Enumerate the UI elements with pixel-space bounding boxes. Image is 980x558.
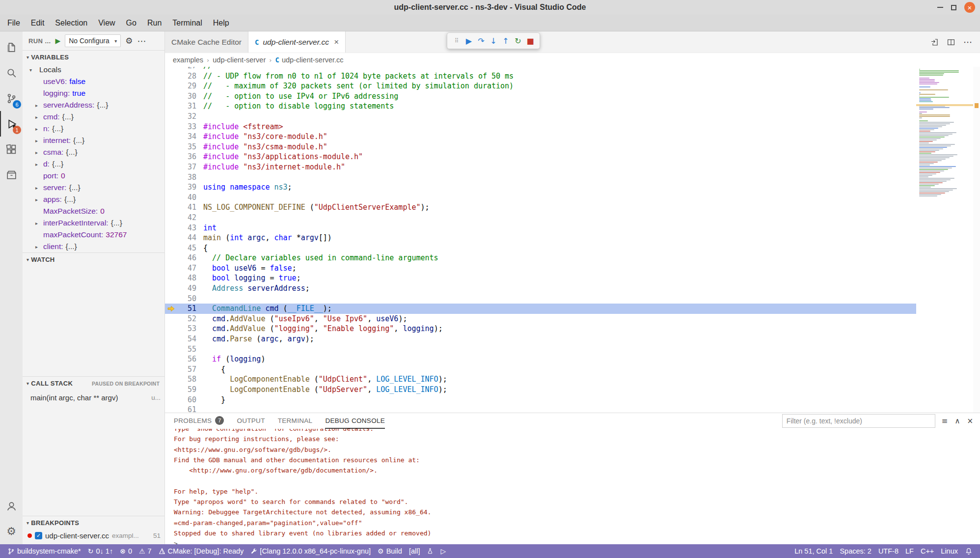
extensions-icon[interactable]: [0, 137, 23, 162]
panel-tab-output[interactable]: OUTPUT: [237, 413, 265, 429]
panel-filter-lines-icon[interactable]: ≡: [942, 417, 948, 425]
code-line[interactable]: 41NS_LOG_COMPONENT_DEFINE ("UdpClientSer…: [165, 202, 916, 213]
step-out-icon[interactable]: ↑: [500, 35, 511, 47]
code-line[interactable]: 36#include "ns3/applications-module.h": [165, 152, 916, 162]
code-line[interactable]: 45{: [165, 243, 916, 253]
code-line[interactable]: 59 LogComponentEnable ("UdpServer", LOG_…: [165, 385, 916, 395]
breakpoint-margin[interactable]: [165, 283, 177, 294]
code-line[interactable]: 38: [165, 172, 916, 183]
settings-gear-icon[interactable]: ⚙: [0, 519, 23, 544]
variable-row[interactable]: ▸server:{...}: [23, 182, 164, 194]
close-button[interactable]: [964, 2, 975, 13]
menu-item-run[interactable]: Run: [142, 15, 167, 31]
code-line[interactable]: 40: [165, 193, 916, 203]
code-line[interactable]: 34#include "ns3/core-module.h": [165, 132, 916, 142]
minimize-button[interactable]: [937, 7, 943, 8]
cmake-target[interactable]: [all]: [406, 544, 424, 558]
code-line[interactable]: 30// - option to use IPv4 or IPv6 addres…: [165, 91, 916, 102]
breakpoint-margin[interactable]: [165, 162, 177, 172]
code-line[interactable]: 35#include "ns3/csma-module.h": [165, 142, 916, 152]
problems-warnings[interactable]: ⚠7: [136, 544, 155, 558]
code-line[interactable]: 48 bool logging = true;: [165, 273, 916, 283]
panel-tab-debug-console[interactable]: DEBUG CONSOLE: [325, 413, 385, 429]
code-editor[interactable]: 27//28// - UDP flow from n0 to n1 of 102…: [165, 67, 916, 413]
problems-errors[interactable]: ⊗0: [116, 544, 136, 558]
git-branch[interactable]: buildsystem-cmake*: [4, 544, 84, 558]
variable-row[interactable]: logging:true: [23, 87, 164, 99]
sync-changes[interactable]: ↻0↓ 1↑: [84, 544, 116, 558]
start-debugging-icon[interactable]: [55, 37, 60, 45]
close-tab-icon[interactable]: ×: [334, 37, 339, 47]
code-line[interactable]: 54 cmd.Parse (argc, argv);: [165, 334, 916, 344]
breakpoint-margin[interactable]: [165, 71, 177, 82]
variable-row[interactable]: ▸client:{...}: [23, 241, 164, 252]
maximize-button[interactable]: [951, 5, 956, 10]
variable-row[interactable]: port:0: [23, 170, 164, 182]
cmake-launch[interactable]: ▷: [437, 544, 449, 558]
drag-handle-icon[interactable]: ⠿: [451, 35, 462, 47]
indentation[interactable]: Spaces: 2: [836, 544, 875, 558]
step-over-icon[interactable]: ↷: [476, 35, 487, 47]
code-line[interactable]: 31// - option to disable logging stateme…: [165, 101, 916, 112]
breakpoint-margin[interactable]: [165, 273, 177, 283]
breakpoint-margin[interactable]: [165, 405, 177, 413]
breakpoint-margin[interactable]: [165, 172, 177, 183]
code-line[interactable]: 61: [165, 405, 916, 413]
variable-row[interactable]: ▸apps:{...}: [23, 194, 164, 205]
code-line[interactable]: 27//: [165, 67, 916, 71]
code-line[interactable]: 55: [165, 344, 916, 355]
breakpoint-margin[interactable]: [165, 385, 177, 395]
code-line[interactable]: 56 if (logging): [165, 354, 916, 364]
breakpoint-margin[interactable]: [165, 67, 177, 71]
breakpoint-margin[interactable]: [165, 314, 177, 324]
code-line[interactable]: 57 {: [165, 364, 916, 375]
call-stack-section-header[interactable]: CALL STACK PAUSED ON BREAKPOINT: [23, 377, 164, 390]
breakpoint-margin[interactable]: [165, 294, 177, 304]
step-into-icon[interactable]: ↓: [488, 35, 499, 47]
code-line[interactable]: 42: [165, 213, 916, 223]
breakpoint-margin[interactable]: [165, 223, 177, 233]
split-editor-icon[interactable]: [947, 38, 955, 47]
variable-row[interactable]: ▸interPacketInterval:{...}: [23, 217, 164, 229]
explorer-icon[interactable]: [0, 34, 23, 60]
call-stack-frame[interactable]: main(int argc, char ** argv)u...: [23, 391, 164, 403]
tab-udp-client-server-cc[interactable]: Cudp-client-server.cc×: [248, 31, 346, 53]
minimap[interactable]: [916, 67, 973, 413]
code-line[interactable]: 58 LogComponentEnable ("UdpClient", LOG_…: [165, 374, 916, 385]
variable-row[interactable]: MaxPacketSize:0: [23, 205, 164, 217]
code-line[interactable]: 52 cmd.AddValue ("useIpv6", "Use Ipv6", …: [165, 314, 916, 324]
breakpoints-section-header[interactable]: BREAKPOINTS: [23, 516, 164, 530]
breakpoint-checkbox[interactable]: [35, 532, 42, 539]
code-line[interactable]: 51 CommandLine cmd (__FILE__);: [165, 304, 916, 314]
current-line-arrow-icon[interactable]: [165, 304, 177, 314]
breakpoint-margin[interactable]: [165, 233, 177, 243]
cmake-build[interactable]: ⚙Build: [374, 544, 406, 558]
cmake-status[interactable]: CMake: [Debug]: Ready: [155, 544, 247, 558]
cursor-position[interactable]: Ln 51, Col 1: [791, 544, 836, 558]
editor-scrollbar[interactable]: [973, 67, 980, 413]
breakpoint-margin[interactable]: [165, 112, 177, 122]
continue-icon[interactable]: ▶: [463, 35, 474, 47]
code-line[interactable]: 53 cmd.AddValue ("logging", "Enable logg…: [165, 324, 916, 334]
breadcrumb-item-udp-client-server[interactable]: udp-client-server: [213, 56, 266, 64]
variable-row[interactable]: ▸serverAddress:{...}: [23, 99, 164, 111]
breakpoint-margin[interactable]: [165, 354, 177, 364]
code-line[interactable]: 39using namespace ns3;: [165, 182, 916, 193]
breakpoint-margin[interactable]: [165, 324, 177, 334]
ctest[interactable]: [423, 544, 437, 558]
breakpoint-margin[interactable]: [165, 202, 177, 213]
variable-row[interactable]: ▸n:{...}: [23, 123, 164, 135]
variable-row[interactable]: ▸internet:{...}: [23, 135, 164, 146]
debug-configuration-select[interactable]: No Configura: [65, 34, 121, 47]
run-and-debug-icon[interactable]: 1: [0, 111, 23, 137]
breakpoint-margin[interactable]: [165, 374, 177, 385]
code-line[interactable]: 49 Address serverAddress;: [165, 283, 916, 294]
breakpoint-margin[interactable]: [165, 263, 177, 274]
variable-row[interactable]: useV6:false: [23, 76, 164, 87]
code-line[interactable]: 33#include <fstream>: [165, 122, 916, 132]
code-line[interactable]: 47 bool useV6 = false;: [165, 263, 916, 274]
breadcrumb-item-udp-client-server-cc[interactable]: Cudp-client-server.cc: [275, 56, 343, 64]
panel-tab-terminal[interactable]: TERMINAL: [278, 413, 313, 429]
debug-console[interactable]: Type "show configuration" for configurat…: [165, 429, 980, 544]
menu-item-terminal[interactable]: Terminal: [167, 15, 207, 31]
